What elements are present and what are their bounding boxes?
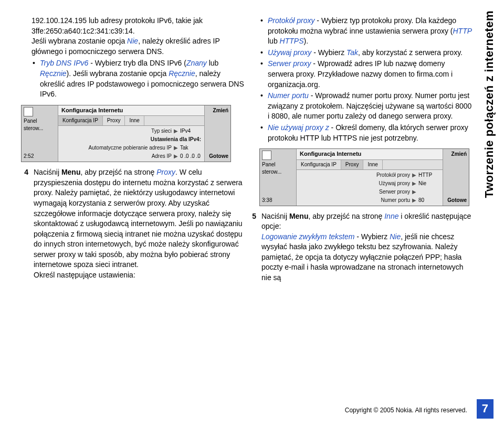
page-number: 7 bbox=[477, 399, 494, 419]
list-item: Używaj proxy - Wybierz Tak, aby korzysta… bbox=[259, 48, 472, 58]
step-text: Naciśnij Menu, aby przejść na stronę Inn… bbox=[261, 211, 472, 283]
page-footer: Copyright © 2005 Nokia. All rights reser… bbox=[0, 399, 504, 419]
step-text: Naciśnij Menu, aby przejść na stronę Pro… bbox=[34, 167, 245, 281]
app-icon bbox=[24, 107, 33, 116]
step-4: 4 Naciśnij Menu, aby przejść na stronę P… bbox=[32, 167, 245, 281]
phone-tab: Konfiguracja IP bbox=[297, 160, 341, 169]
body-text: 192.100.124.195 lub adresy protokołu IPv… bbox=[32, 16, 245, 57]
phone-tab: Proxy bbox=[103, 116, 125, 125]
phone-sidebar: Panel sterow... 3:38 bbox=[260, 149, 297, 205]
phone-main: Konfiguracja Internetu Konfiguracja IP P… bbox=[58, 105, 204, 162]
phone-field-row: Automatyczne pobieranie adresu IP▶Tak bbox=[61, 144, 201, 152]
phone-field-row: Typ sieci▶IPv4 bbox=[61, 127, 201, 135]
phone-back-label: Panel sterow... bbox=[262, 161, 294, 176]
phone-field-row: Numer portu▶80 bbox=[300, 196, 439, 205]
phone-tab: Inne bbox=[125, 116, 144, 125]
phone-fields: Protokół proxy▶HTTP Używaj proxy▶Nie Ser… bbox=[297, 170, 443, 206]
list-item: Serwer proxy - Wprowadź adres IP lub naz… bbox=[259, 59, 472, 90]
bullet-list: Tryb DNS IPv6 - Wybierz tryb dla DNS IPv… bbox=[32, 58, 245, 99]
phone-tabs: Konfiguracja IP Proxy Inne bbox=[297, 160, 443, 170]
step-number: 4 bbox=[21, 167, 28, 281]
step-5: 5 Naciśnij Menu, aby przejść na stronę I… bbox=[259, 211, 472, 283]
softkey-change: Zmień bbox=[445, 151, 467, 158]
softkey-change: Zmień bbox=[207, 107, 228, 114]
phone-softkeys: Zmień Gotowe bbox=[204, 105, 230, 162]
list-item: Tryb DNS IPv6 - Wybierz tryb dla DNS IPv… bbox=[32, 58, 245, 99]
list-item: Protokół proxy - Wybierz typ protokołu p… bbox=[259, 16, 472, 47]
phone-fields: Typ sieci▶IPv4 Ustawienia dla IPv4: Auto… bbox=[58, 126, 204, 162]
phone-field-row: Serwer proxy▶ bbox=[300, 188, 439, 196]
softkey-done: Gotowe bbox=[207, 153, 228, 160]
bullet-list: Protokół proxy - Wybierz typ protokołu p… bbox=[259, 16, 472, 143]
left-column: 192.100.124.195 lub adresy protokołu IPv… bbox=[21, 16, 245, 283]
phone-time: 2:52 bbox=[24, 153, 56, 160]
phone-tab: Proxy bbox=[341, 160, 364, 169]
phone-softkeys: Zmień Gotowe bbox=[443, 149, 469, 205]
phone-field-row: Protokół proxy▶HTTP bbox=[300, 171, 439, 179]
right-column: Protokół proxy - Wybierz typ protokołu p… bbox=[255, 16, 472, 283]
phone-time: 3:38 bbox=[262, 197, 294, 204]
phone-sidebar: Panel sterow... 2:52 bbox=[22, 105, 58, 162]
section-title-vertical: Tworzenie połączeń z internetem bbox=[481, 10, 498, 198]
list-item: Nie używaj proxy z - Określ domeny, dla … bbox=[259, 123, 472, 143]
phone-tabs: Konfiguracja IP Proxy Inne bbox=[58, 116, 204, 126]
phone-title: Konfiguracja Internetu bbox=[58, 105, 204, 116]
device-screenshot-proxy: Panel sterow... 3:38 Konfiguracja Intern… bbox=[259, 148, 469, 206]
phone-title: Konfiguracja Internetu bbox=[297, 149, 443, 159]
phone-tab: Konfiguracja IP bbox=[58, 116, 103, 125]
phone-main: Konfiguracja Internetu Konfiguracja IP P… bbox=[297, 149, 443, 205]
page-content: 192.100.124.195 lub adresy protokołu IPv… bbox=[0, 16, 504, 283]
phone-tab: Inne bbox=[363, 160, 382, 169]
phone-field-row: Ustawienia dla IPv4: bbox=[61, 135, 201, 144]
phone-back-label: Panel sterow... bbox=[24, 118, 56, 132]
phone-field-row: Adres IP▶0 .0 .0 .0 bbox=[61, 152, 201, 161]
app-icon bbox=[262, 151, 271, 160]
copyright-text: Copyright © 2005 Nokia. All rights reser… bbox=[345, 406, 467, 415]
list-item: Numer portu - Wprowadź numer portu proxy… bbox=[259, 91, 472, 122]
softkey-done: Gotowe bbox=[445, 197, 467, 204]
device-screenshot-ip-config: Panel sterow... 2:52 Konfiguracja Intern… bbox=[21, 105, 231, 162]
phone-field-row: Używaj proxy▶Nie bbox=[300, 179, 439, 188]
step-number: 5 bbox=[249, 211, 256, 283]
